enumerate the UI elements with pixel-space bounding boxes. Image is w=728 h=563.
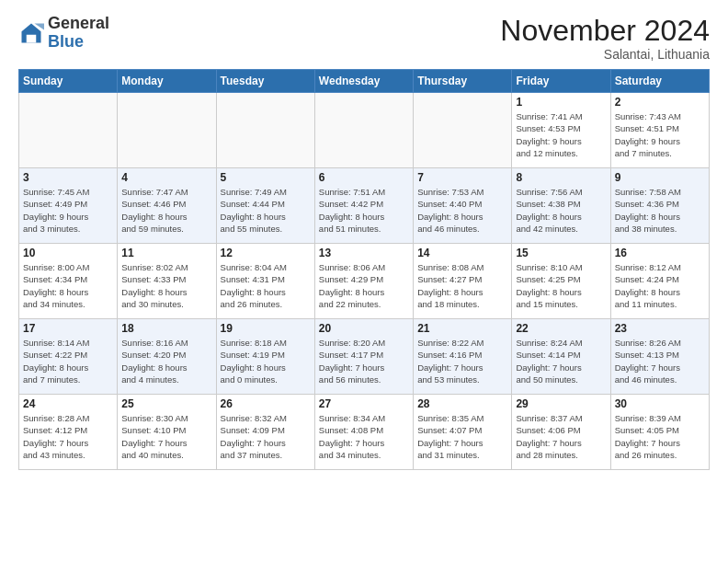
- table-row: 1Sunrise: 7:41 AM Sunset: 4:53 PM Daylig…: [512, 93, 610, 168]
- table-row: 28Sunrise: 8:35 AM Sunset: 4:07 PM Dayli…: [414, 395, 512, 470]
- day-number: 15: [516, 247, 606, 259]
- table-row: 24Sunrise: 8:28 AM Sunset: 4:12 PM Dayli…: [19, 395, 118, 470]
- calendar: Sunday Monday Tuesday Wednesday Thursday…: [18, 69, 710, 470]
- day-number: 26: [221, 397, 311, 410]
- table-row: [414, 93, 512, 168]
- table-row: 29Sunrise: 8:37 AM Sunset: 4:06 PM Dayli…: [512, 395, 610, 470]
- table-row: 18Sunrise: 8:16 AM Sunset: 4:20 PM Dayli…: [118, 319, 216, 395]
- col-thursday: Thursday: [414, 70, 512, 93]
- day-number: 30: [615, 397, 705, 410]
- table-row: 3Sunrise: 7:45 AM Sunset: 4:49 PM Daylig…: [19, 168, 118, 244]
- table-row: [314, 93, 413, 168]
- day-info: Sunrise: 8:32 AM Sunset: 4:09 PM Dayligh…: [221, 412, 311, 461]
- table-row: 9Sunrise: 7:58 AM Sunset: 4:36 PM Daylig…: [610, 168, 709, 244]
- day-number: 2: [615, 96, 705, 109]
- table-row: 16Sunrise: 8:12 AM Sunset: 4:24 PM Dayli…: [610, 244, 709, 319]
- day-number: 13: [319, 247, 409, 259]
- day-info: Sunrise: 8:24 AM Sunset: 4:14 PM Dayligh…: [516, 337, 606, 385]
- day-info: Sunrise: 8:34 AM Sunset: 4:08 PM Dayligh…: [319, 412, 409, 461]
- page: General Blue November 2024 Salantai, Lit…: [0, 0, 728, 563]
- day-number: 8: [516, 171, 606, 184]
- day-info: Sunrise: 7:41 AM Sunset: 4:53 PM Dayligh…: [516, 110, 606, 159]
- calendar-week-row: 1Sunrise: 7:41 AM Sunset: 4:53 PM Daylig…: [19, 93, 710, 168]
- table-row: 27Sunrise: 8:34 AM Sunset: 4:08 PM Dayli…: [314, 395, 413, 470]
- day-number: 16: [615, 247, 705, 259]
- day-number: 29: [516, 397, 606, 410]
- day-info: Sunrise: 8:37 AM Sunset: 4:06 PM Dayligh…: [516, 412, 606, 461]
- day-number: 18: [121, 322, 211, 335]
- table-row: 13Sunrise: 8:06 AM Sunset: 4:29 PM Dayli…: [314, 244, 413, 319]
- day-number: 23: [615, 322, 705, 335]
- header-row: Sunday Monday Tuesday Wednesday Thursday…: [19, 70, 710, 93]
- table-row: 5Sunrise: 7:49 AM Sunset: 4:44 PM Daylig…: [216, 168, 314, 244]
- day-number: 14: [417, 247, 507, 259]
- day-info: Sunrise: 8:26 AM Sunset: 4:13 PM Dayligh…: [615, 337, 705, 385]
- table-row: 12Sunrise: 8:04 AM Sunset: 4:31 PM Dayli…: [216, 244, 314, 319]
- svg-rect-2: [27, 35, 37, 43]
- day-info: Sunrise: 7:51 AM Sunset: 4:42 PM Dayligh…: [319, 186, 409, 235]
- calendar-week-row: 3Sunrise: 7:45 AM Sunset: 4:49 PM Daylig…: [19, 168, 710, 244]
- calendar-week-row: 24Sunrise: 8:28 AM Sunset: 4:12 PM Dayli…: [19, 395, 710, 470]
- day-number: 28: [417, 397, 507, 410]
- location: Salantai, Lithuania: [500, 47, 710, 62]
- table-row: [19, 93, 118, 168]
- day-info: Sunrise: 7:43 AM Sunset: 4:51 PM Dayligh…: [615, 110, 705, 159]
- table-row: 20Sunrise: 8:20 AM Sunset: 4:17 PM Dayli…: [314, 319, 413, 395]
- table-row: 2Sunrise: 7:43 AM Sunset: 4:51 PM Daylig…: [610, 93, 709, 168]
- day-number: 17: [23, 322, 113, 335]
- day-number: 20: [319, 322, 409, 335]
- day-info: Sunrise: 8:16 AM Sunset: 4:20 PM Dayligh…: [121, 337, 211, 385]
- day-number: 19: [221, 322, 311, 335]
- day-info: Sunrise: 7:58 AM Sunset: 4:36 PM Dayligh…: [615, 186, 705, 235]
- calendar-week-row: 17Sunrise: 8:14 AM Sunset: 4:22 PM Dayli…: [19, 319, 710, 395]
- table-row: 19Sunrise: 8:18 AM Sunset: 4:19 PM Dayli…: [216, 319, 314, 395]
- logo-text: General Blue: [48, 15, 109, 52]
- table-row: 21Sunrise: 8:22 AM Sunset: 4:16 PM Dayli…: [414, 319, 512, 395]
- day-info: Sunrise: 8:39 AM Sunset: 4:05 PM Dayligh…: [615, 412, 705, 461]
- day-info: Sunrise: 7:49 AM Sunset: 4:44 PM Dayligh…: [221, 186, 311, 235]
- table-row: 30Sunrise: 8:39 AM Sunset: 4:05 PM Dayli…: [610, 395, 709, 470]
- day-info: Sunrise: 8:28 AM Sunset: 4:12 PM Dayligh…: [23, 412, 113, 461]
- title-block: November 2024 Salantai, Lithuania: [500, 15, 710, 62]
- col-friday: Friday: [512, 70, 610, 93]
- table-row: 7Sunrise: 7:53 AM Sunset: 4:40 PM Daylig…: [414, 168, 512, 244]
- day-number: 27: [319, 397, 409, 410]
- logo-blue: Blue: [48, 32, 84, 51]
- day-info: Sunrise: 8:02 AM Sunset: 4:33 PM Dayligh…: [121, 261, 211, 310]
- day-number: 10: [23, 247, 113, 259]
- table-row: 6Sunrise: 7:51 AM Sunset: 4:42 PM Daylig…: [314, 168, 413, 244]
- table-row: 8Sunrise: 7:56 AM Sunset: 4:38 PM Daylig…: [512, 168, 610, 244]
- day-info: Sunrise: 7:45 AM Sunset: 4:49 PM Dayligh…: [23, 186, 113, 235]
- day-number: 11: [121, 247, 211, 259]
- table-row: 4Sunrise: 7:47 AM Sunset: 4:46 PM Daylig…: [118, 168, 216, 244]
- logo: General Blue: [18, 15, 109, 52]
- day-info: Sunrise: 8:10 AM Sunset: 4:25 PM Dayligh…: [516, 261, 606, 310]
- day-info: Sunrise: 8:00 AM Sunset: 4:34 PM Dayligh…: [23, 261, 113, 310]
- day-info: Sunrise: 8:04 AM Sunset: 4:31 PM Dayligh…: [221, 261, 311, 310]
- day-number: 24: [23, 397, 113, 410]
- table-row: 22Sunrise: 8:24 AM Sunset: 4:14 PM Dayli…: [512, 319, 610, 395]
- day-number: 6: [319, 171, 409, 184]
- day-info: Sunrise: 7:53 AM Sunset: 4:40 PM Dayligh…: [417, 186, 507, 235]
- day-info: Sunrise: 8:20 AM Sunset: 4:17 PM Dayligh…: [319, 337, 409, 385]
- day-number: 25: [121, 397, 211, 410]
- day-number: 7: [417, 171, 507, 184]
- table-row: 17Sunrise: 8:14 AM Sunset: 4:22 PM Dayli…: [19, 319, 118, 395]
- day-info: Sunrise: 8:35 AM Sunset: 4:07 PM Dayligh…: [417, 412, 507, 461]
- day-number: 5: [221, 171, 311, 184]
- day-number: 1: [516, 96, 606, 109]
- day-info: Sunrise: 7:56 AM Sunset: 4:38 PM Dayligh…: [516, 186, 606, 235]
- day-number: 9: [615, 171, 705, 184]
- table-row: 23Sunrise: 8:26 AM Sunset: 4:13 PM Dayli…: [610, 319, 709, 395]
- day-number: 21: [417, 322, 507, 335]
- col-sunday: Sunday: [19, 70, 118, 93]
- col-wednesday: Wednesday: [314, 70, 413, 93]
- col-monday: Monday: [118, 70, 216, 93]
- day-info: Sunrise: 8:18 AM Sunset: 4:19 PM Dayligh…: [221, 337, 311, 385]
- calendar-week-row: 10Sunrise: 8:00 AM Sunset: 4:34 PM Dayli…: [19, 244, 710, 319]
- day-info: Sunrise: 8:22 AM Sunset: 4:16 PM Dayligh…: [417, 337, 507, 385]
- col-tuesday: Tuesday: [216, 70, 314, 93]
- logo-icon: [18, 20, 44, 46]
- table-row: 10Sunrise: 8:00 AM Sunset: 4:34 PM Dayli…: [19, 244, 118, 319]
- day-info: Sunrise: 8:08 AM Sunset: 4:27 PM Dayligh…: [417, 261, 507, 310]
